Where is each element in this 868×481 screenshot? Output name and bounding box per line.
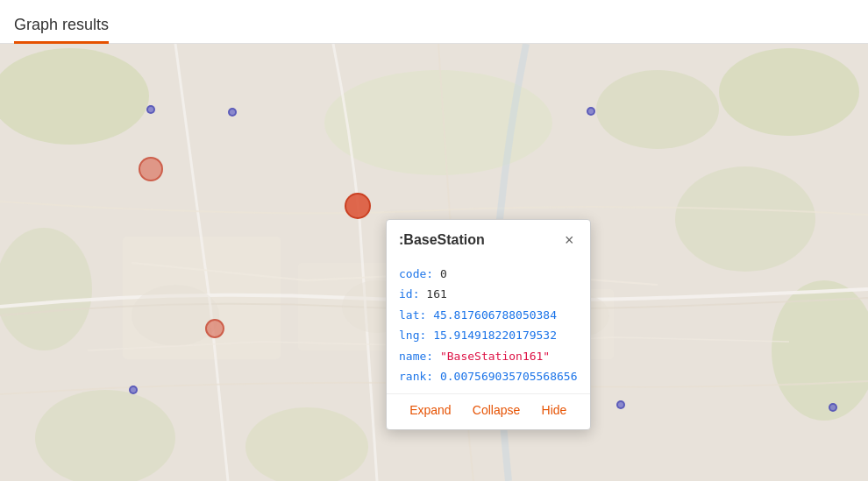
- prop-row: rank: 0.007569035705568656: [399, 366, 578, 386]
- map-node[interactable]: [205, 319, 224, 338]
- map-node-main[interactable]: [345, 193, 371, 219]
- map-node[interactable]: [129, 386, 138, 394]
- prop-key: lng:: [399, 329, 426, 342]
- prop-key: id:: [399, 287, 419, 301]
- hide-button[interactable]: Hide: [535, 401, 574, 419]
- map-node[interactable]: [829, 403, 837, 412]
- map-container[interactable]: :BaseStation × code: 0 id: 161 lat: 45.8…: [0, 44, 868, 481]
- map-node[interactable]: [587, 107, 595, 116]
- header: Graph results: [0, 0, 868, 44]
- popup-title: :BaseStation: [399, 232, 485, 248]
- map-node[interactable]: [146, 105, 155, 114]
- svg-point-5: [675, 166, 815, 272]
- prop-row: code: 0: [399, 264, 578, 284]
- prop-value: "BaseStation161": [440, 350, 550, 363]
- prop-key: lat:: [399, 308, 426, 322]
- prop-row: name: "BaseStation161": [399, 346, 578, 366]
- prop-key: code:: [399, 267, 433, 280]
- prop-key: rank:: [399, 370, 433, 383]
- map-node[interactable]: [616, 400, 625, 409]
- prop-value: 45.817606788050384: [433, 308, 557, 322]
- svg-point-2: [719, 48, 859, 136]
- svg-point-13: [132, 285, 219, 346]
- prop-row: lng: 15.914918220179532: [399, 325, 578, 345]
- page-title: Graph results: [14, 16, 109, 44]
- prop-value: 0.007569035705568656: [440, 370, 578, 383]
- prop-key: name:: [399, 350, 433, 363]
- prop-row: id: 161: [399, 284, 578, 304]
- prop-value: 15.914918220179532: [433, 329, 557, 342]
- map-node[interactable]: [139, 157, 163, 181]
- expand-button[interactable]: Expand: [402, 401, 458, 419]
- node-popup: :BaseStation × code: 0 id: 161 lat: 45.8…: [386, 219, 591, 430]
- map-node[interactable]: [228, 108, 237, 117]
- popup-footer: Expand Collapse Hide: [387, 393, 590, 429]
- prop-row: lat: 45.817606788050384: [399, 305, 578, 325]
- svg-point-7: [0, 228, 92, 350]
- prop-value: 0: [440, 267, 447, 280]
- popup-body: code: 0 id: 161 lat: 45.817606788050384 …: [387, 253, 590, 393]
- collapse-button[interactable]: Collapse: [466, 401, 527, 419]
- popup-header: :BaseStation ×: [387, 220, 590, 253]
- svg-point-4: [596, 70, 719, 149]
- prop-value: 161: [426, 287, 446, 301]
- popup-close-button[interactable]: ×: [561, 230, 578, 250]
